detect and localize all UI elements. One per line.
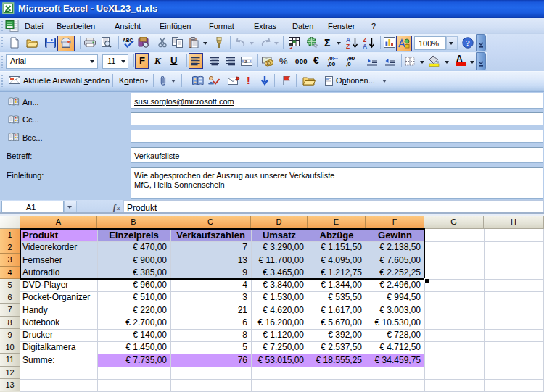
svg-text:$: $ <box>266 61 269 66</box>
svg-text:,00: ,00 <box>327 61 336 67</box>
svg-text:,00: ,00 <box>347 56 355 62</box>
svg-text:Z: Z <box>346 43 350 49</box>
svg-text:,0: ,0 <box>346 61 351 67</box>
svg-text:a: a <box>244 59 247 64</box>
svg-text:A: A <box>363 43 367 49</box>
svg-text:?: ? <box>466 38 470 49</box>
svg-text:ABC: ABC <box>123 38 133 43</box>
svg-text:,0: ,0 <box>328 56 333 62</box>
